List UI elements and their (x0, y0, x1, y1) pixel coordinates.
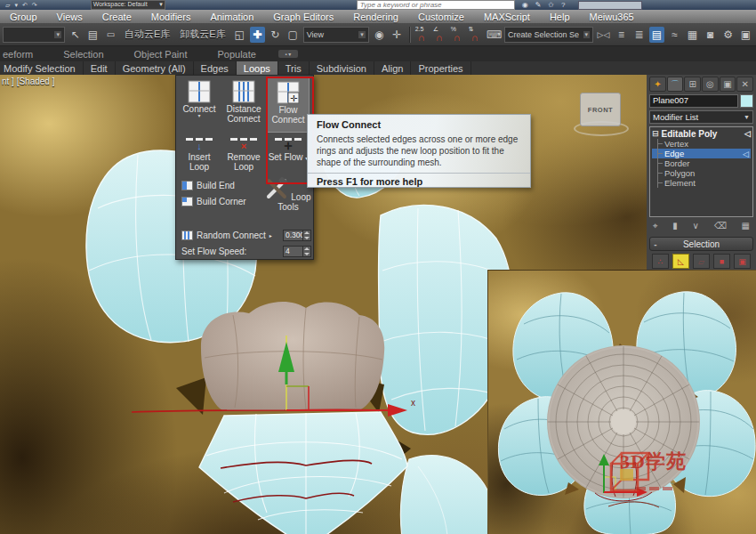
menu-meiwu365[interactable]: Meiwu365 (580, 12, 644, 22)
spinner-arrows[interactable] (302, 247, 310, 256)
collapse-rollout-icon[interactable]: - (650, 239, 661, 249)
stack-item-edge[interactable]: Edge◁ (652, 149, 751, 158)
edge-mode-icon[interactable]: ◺ (672, 254, 689, 269)
menu-graph-editors[interactable]: Graph Editors (263, 12, 343, 22)
stack-item-border[interactable]: Border (652, 158, 751, 168)
insert-loop-button[interactable]: ↓ Insert Loop (178, 134, 221, 175)
search-input[interactable] (357, 0, 515, 10)
tab-geometry-all[interactable]: Geometry (All) (116, 61, 194, 75)
ribbon-toggle-icon[interactable]: ▤ (649, 27, 664, 43)
object-name-field[interactable]: Plane007 (649, 94, 738, 108)
render-setup-icon[interactable]: ⚙ (720, 27, 736, 43)
tab-tris[interactable]: Tris (278, 61, 310, 75)
build-end-button[interactable]: Build End (181, 181, 235, 190)
tab-object-paint[interactable]: Object Paint (119, 49, 203, 60)
rect-select-icon[interactable]: ▭ (103, 27, 118, 43)
motion-tab-icon[interactable]: ◎ (702, 77, 719, 92)
align-icon[interactable]: ≡ (614, 27, 629, 43)
remove-modifier-icon[interactable]: ⌫ (714, 221, 727, 231)
modify-tab-icon[interactable]: ⌒ (667, 77, 684, 92)
search-icon[interactable]: ◉ (522, 1, 528, 9)
tab-edges[interactable]: Edges (194, 61, 237, 75)
select-by-name-icon[interactable]: ▤ (85, 27, 101, 43)
selection-filter-dropdown[interactable]: ▾ (3, 27, 65, 43)
use-pivot-icon[interactable]: ◉ (372, 27, 387, 43)
snap-toggle-icon[interactable]: 2.5∩ (415, 27, 430, 43)
tab-align[interactable]: Align (374, 61, 411, 75)
menu-group[interactable]: Group (0, 12, 47, 22)
create-tab-icon[interactable]: ✦ (649, 77, 666, 92)
menu-create[interactable]: Create (92, 12, 141, 22)
move-icon[interactable]: ✚ (250, 27, 265, 43)
menu-rendering[interactable]: Rendering (343, 12, 408, 22)
random-connect-spinner[interactable]: 0.300 (283, 230, 311, 241)
spinner-snap-icon[interactable]: ⇅∩ (469, 27, 484, 43)
open-file-icon[interactable]: ▾ (14, 2, 18, 9)
unload-cloud-button[interactable]: 卸载云E库 (176, 28, 229, 41)
element-mode-icon[interactable]: ▣ (734, 254, 751, 269)
select-object-icon[interactable]: ↖ (68, 27, 83, 43)
inset-viewport[interactable]: 3D学苑 (487, 270, 756, 534)
configure-sets-icon[interactable]: ▦ (742, 221, 750, 231)
stack-item-editable-poly[interactable]: ⊟ Editable Poly ◁ (652, 128, 751, 139)
menu-views[interactable]: Views (47, 12, 92, 22)
percent-snap-icon[interactable]: %∩ (451, 27, 466, 43)
ribbon-flyout-icon[interactable]: ▪ ▾ (278, 50, 298, 58)
new-file-icon[interactable]: ▱ (5, 2, 10, 9)
random-connect-button[interactable]: Random Connect ▸ (181, 231, 272, 240)
remove-loop-button[interactable]: × Remove Loop (222, 134, 265, 175)
show-end-result-icon[interactable]: ▮ (672, 221, 678, 231)
vertex-mode-icon[interactable]: ∴ (652, 254, 669, 269)
viewport-label[interactable]: nt ] [Shaded ] (2, 77, 55, 86)
tab-populate[interactable]: Populate (202, 49, 270, 60)
render-frame-icon[interactable]: ▣ (738, 27, 753, 43)
connect-button[interactable]: Connect ▾ (178, 77, 221, 133)
stack-item-vertex[interactable]: Vertex (652, 139, 751, 149)
menu-customize[interactable]: Customize (408, 12, 474, 22)
make-unique-icon[interactable]: ∨ (693, 221, 699, 231)
menu-animation[interactable]: Animation (200, 12, 263, 22)
pen-icon[interactable]: ✎ (535, 1, 542, 9)
distance-connect-button[interactable]: Distance Connect (222, 77, 265, 133)
set-flow-speed-spinner[interactable]: 4 (283, 246, 311, 257)
workspace-dropdown[interactable]: Workspace: Default▾ (91, 0, 165, 10)
select-manipulate-icon[interactable]: ✛ (390, 27, 405, 43)
stack-item-element[interactable]: Element (652, 178, 751, 188)
scale-icon[interactable]: ▢ (286, 27, 301, 43)
keyboard-override-icon[interactable]: ⌨ (487, 27, 502, 43)
tab-modify-selection[interactable]: Modify Selection (0, 61, 84, 75)
menu-help[interactable]: Help (540, 12, 580, 22)
angle-snap-icon[interactable]: ∠∩ (433, 27, 448, 43)
stack-item-polygon[interactable]: Polygon (652, 168, 751, 178)
selection-rollout-header[interactable]: - Selection (649, 237, 753, 251)
tab-edit[interactable]: Edit (84, 61, 116, 75)
curve-editor-icon[interactable]: ≈ (667, 27, 682, 43)
window-crossing-icon[interactable]: ◱ (232, 27, 247, 43)
redo-icon[interactable]: ↷ (32, 2, 37, 9)
undo-icon[interactable]: ↶ (22, 2, 28, 9)
tab-loops[interactable]: Loops (237, 61, 278, 75)
rotate-icon[interactable]: ↻ (268, 27, 283, 43)
schematic-view-icon[interactable]: ▦ (685, 27, 700, 43)
menu-modifiers[interactable]: Modifiers (141, 12, 201, 22)
spinner-arrows[interactable] (302, 231, 310, 240)
hierarchy-tab-icon[interactable]: ⊞ (684, 77, 701, 92)
mirror-icon[interactable]: ▷◁ (596, 27, 611, 43)
pin-stack-icon[interactable]: ⌖ (653, 221, 658, 231)
selection-set-dropdown[interactable]: Create Selection Se▾ (504, 27, 593, 43)
display-tab-icon[interactable]: ▣ (720, 77, 736, 92)
material-editor-icon[interactable]: ◙ (703, 27, 718, 43)
help-icon[interactable]: ? (561, 1, 565, 9)
object-color-swatch[interactable] (740, 94, 753, 108)
collapse-icon[interactable]: ⊟ (652, 129, 659, 138)
utilities-tab-icon[interactable]: ✕ (736, 77, 753, 92)
layer-manager-icon[interactable]: ≣ (631, 27, 647, 43)
auto-cloud-button[interactable]: 自动云E库 (121, 28, 173, 41)
polygon-mode-icon[interactable]: ■ (713, 254, 730, 269)
build-corner-button[interactable]: Build Corner (181, 197, 246, 206)
border-mode-icon[interactable]: ▱ (693, 254, 710, 269)
tab-freeform[interactable]: eeform (0, 49, 48, 60)
tab-subdivision[interactable]: Subdivision (310, 61, 374, 75)
menu-maxscript[interactable]: MAXScript (474, 12, 540, 22)
favorites-icon[interactable]: ✩ (548, 1, 554, 9)
